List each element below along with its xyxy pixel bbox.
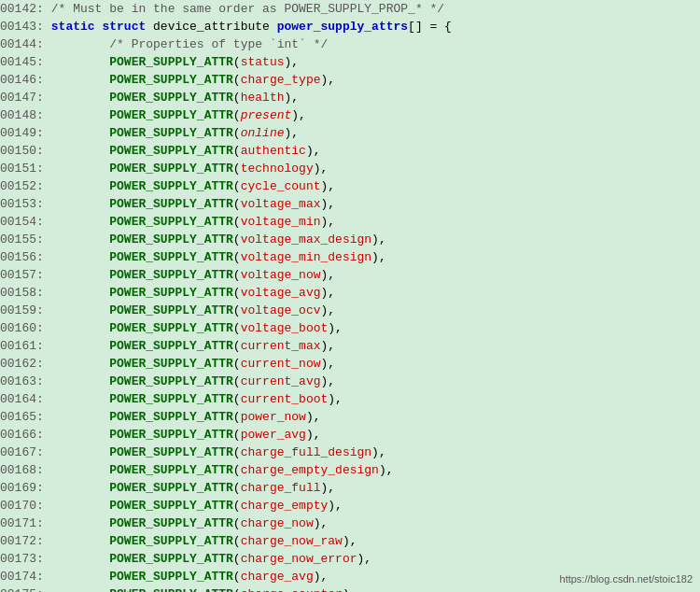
code-line: 00142:/* Must be in the same order as PO… bbox=[0, 0, 700, 18]
code-token: charge_full_design bbox=[241, 445, 371, 459]
code-line: 00170: POWER_SUPPLY_ATTR(charge_empty), bbox=[0, 497, 700, 514]
code-token: ( bbox=[233, 144, 241, 158]
line-number: 00166: bbox=[0, 426, 51, 444]
code-token: power_supply_attrs bbox=[277, 20, 408, 34]
code-token: ), bbox=[306, 144, 321, 158]
code-token: ), bbox=[371, 250, 386, 264]
code-token: ), bbox=[321, 481, 336, 495]
line-content: POWER_SUPPLY_ATTR(present), bbox=[51, 106, 306, 124]
code-token: ), bbox=[328, 392, 343, 406]
line-number: 00172: bbox=[0, 532, 51, 550]
code-token: voltage_boot bbox=[241, 321, 329, 335]
code-token: POWER_SUPPLY_ATTR bbox=[109, 55, 233, 69]
code-token: POWER_SUPPLY_ATTR bbox=[109, 268, 233, 282]
code-token bbox=[51, 303, 109, 317]
code-token: struct bbox=[102, 20, 146, 34]
code-token: current_boot bbox=[241, 392, 329, 406]
code-line: 00150: POWER_SUPPLY_ATTR(authentic), bbox=[0, 142, 700, 160]
code-token: ), bbox=[284, 126, 299, 140]
code-token: ( bbox=[233, 197, 241, 211]
code-token: ( bbox=[233, 179, 241, 193]
code-token bbox=[51, 374, 109, 388]
code-token bbox=[51, 91, 109, 105]
line-number: 00153: bbox=[0, 195, 51, 213]
code-token: ( bbox=[233, 108, 241, 122]
code-line: 00169: POWER_SUPPLY_ATTR(charge_full), bbox=[0, 479, 700, 497]
line-content: POWER_SUPPLY_ATTR(charge_full), bbox=[51, 479, 335, 497]
code-line: 00154: POWER_SUPPLY_ATTR(voltage_min), bbox=[0, 213, 700, 231]
code-token: ), bbox=[314, 570, 329, 584]
line-content: POWER_SUPPLY_ATTR(technology), bbox=[51, 160, 328, 177]
code-token: /* Properties of type `int` */ bbox=[51, 37, 328, 51]
line-number: 00157: bbox=[0, 266, 51, 284]
code-token: ), bbox=[371, 233, 386, 247]
code-token bbox=[51, 552, 109, 566]
code-token: ( bbox=[233, 268, 241, 282]
line-number: 00152: bbox=[0, 177, 51, 195]
code-token: static bbox=[51, 20, 103, 34]
code-token: charge_full bbox=[241, 481, 321, 495]
code-token: charge_type bbox=[241, 73, 321, 87]
code-token bbox=[51, 499, 109, 513]
code-token: POWER_SUPPLY_ATTR bbox=[109, 392, 233, 406]
line-content: POWER_SUPPLY_ATTR(voltage_boot), bbox=[51, 319, 343, 337]
line-content: POWER_SUPPLY_ATTR(charge_now_raw), bbox=[51, 532, 357, 550]
code-token: voltage_min_design bbox=[241, 250, 371, 264]
code-token: ), bbox=[328, 499, 343, 513]
code-token: POWER_SUPPLY_ATTR bbox=[109, 587, 233, 592]
code-token bbox=[51, 428, 109, 442]
line-number: 00174: bbox=[0, 568, 51, 585]
code-token: charge_now bbox=[241, 516, 314, 530]
code-line: 00143:static struct device_attribute pow… bbox=[0, 18, 700, 35]
code-line: 00146: POWER_SUPPLY_ATTR(charge_type), bbox=[0, 71, 700, 89]
code-token: POWER_SUPPLY_ATTR bbox=[109, 570, 233, 584]
line-number: 00148: bbox=[0, 106, 51, 124]
line-content: POWER_SUPPLY_ATTR(power_avg), bbox=[51, 426, 321, 444]
line-content: POWER_SUPPLY_ATTR(status), bbox=[51, 53, 299, 71]
code-token bbox=[51, 410, 109, 424]
code-token: POWER_SUPPLY_ATTR bbox=[109, 445, 233, 459]
line-content: POWER_SUPPLY_ATTR(charge_empty_design), bbox=[51, 461, 394, 479]
code-token bbox=[51, 250, 109, 264]
code-token: ), bbox=[321, 73, 336, 87]
code-token bbox=[51, 357, 109, 371]
code-token: ( bbox=[233, 516, 241, 530]
code-token: POWER_SUPPLY_ATTR bbox=[109, 73, 233, 87]
code-line: 00161: POWER_SUPPLY_ATTR(current_max), bbox=[0, 337, 700, 355]
code-token bbox=[51, 162, 109, 176]
line-content: POWER_SUPPLY_ATTR(cycle_count), bbox=[51, 177, 335, 195]
code-token: health bbox=[241, 91, 285, 105]
line-content: POWER_SUPPLY_ATTR(charge_avg), bbox=[51, 568, 328, 585]
code-line: 00156: POWER_SUPPLY_ATTR(voltage_min_des… bbox=[0, 248, 700, 266]
code-token: POWER_SUPPLY_ATTR bbox=[109, 463, 233, 477]
code-line: 00157: POWER_SUPPLY_ATTR(voltage_now), bbox=[0, 266, 700, 284]
code-token: power_avg bbox=[241, 428, 306, 442]
line-number: 00163: bbox=[0, 373, 51, 390]
code-token: charge_empty_design bbox=[241, 463, 379, 477]
code-token: voltage_now bbox=[241, 268, 321, 282]
line-number: 00142: bbox=[0, 0, 51, 18]
code-line: 00153: POWER_SUPPLY_ATTR(voltage_max), bbox=[0, 195, 700, 213]
line-content: POWER_SUPPLY_ATTR(voltage_avg), bbox=[51, 284, 335, 302]
code-line: 00168: POWER_SUPPLY_ATTR(charge_empty_de… bbox=[0, 461, 700, 479]
code-token: voltage_max bbox=[241, 197, 321, 211]
code-token: ( bbox=[233, 481, 241, 495]
code-token: POWER_SUPPLY_ATTR bbox=[109, 374, 233, 388]
code-token: POWER_SUPPLY_ATTR bbox=[109, 516, 233, 530]
code-token: POWER_SUPPLY_ATTR bbox=[109, 197, 233, 211]
code-token: POWER_SUPPLY_ATTR bbox=[109, 410, 233, 424]
code-token: ), bbox=[284, 55, 299, 69]
code-token: present bbox=[241, 108, 292, 122]
code-token bbox=[51, 73, 109, 87]
code-token: ( bbox=[233, 55, 241, 69]
code-line: 00144: /* Properties of type `int` */ bbox=[0, 35, 700, 53]
code-token: POWER_SUPPLY_ATTR bbox=[109, 162, 233, 176]
code-token: ), bbox=[306, 428, 321, 442]
line-number: 00155: bbox=[0, 231, 51, 248]
line-content: POWER_SUPPLY_ATTR(power_now), bbox=[51, 408, 321, 426]
code-token: ), bbox=[379, 463, 394, 477]
code-token: ( bbox=[233, 286, 241, 300]
line-number: 00173: bbox=[0, 550, 51, 568]
line-number: 00159: bbox=[0, 302, 51, 319]
code-token: charge_counter bbox=[241, 587, 343, 592]
